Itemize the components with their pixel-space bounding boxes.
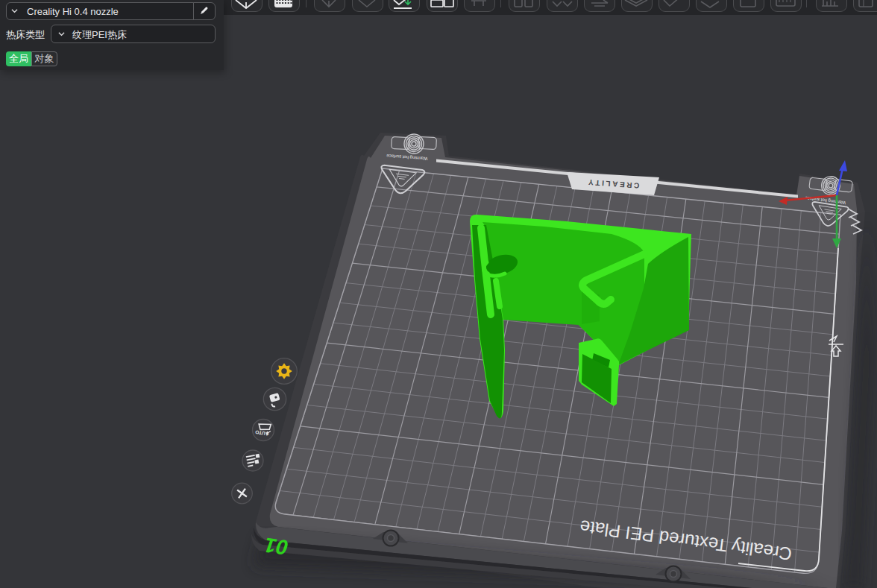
svg-text:01: 01	[263, 534, 289, 560]
